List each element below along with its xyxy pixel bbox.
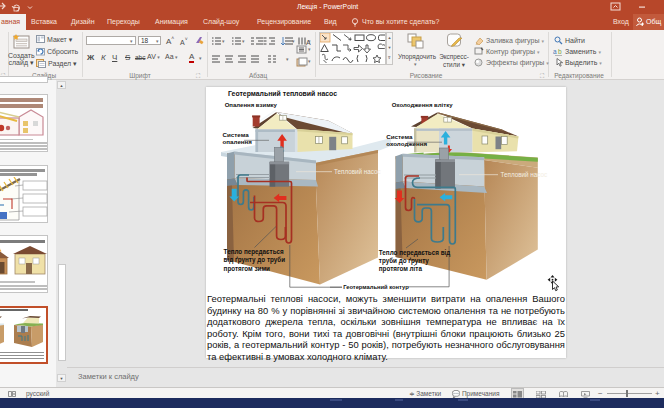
svg-text:b: b	[558, 48, 562, 55]
svg-text:a: a	[553, 48, 557, 55]
